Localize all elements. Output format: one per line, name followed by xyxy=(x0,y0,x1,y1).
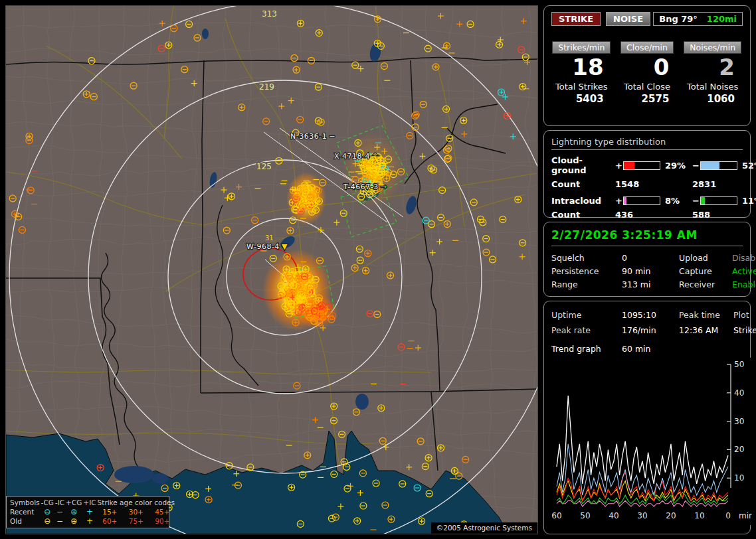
storm-cell-label: T-4667-3→ xyxy=(343,183,387,191)
range-ring-label: 125 xyxy=(256,162,272,171)
range-ring-label: 313 xyxy=(262,9,277,19)
y-tick-label: 30 xyxy=(734,417,744,426)
status-panel: 2/27/2026 3:25:19 AM Squelch 0 Upload Di… xyxy=(543,222,751,297)
storm-cell-label: W-968-4▼ xyxy=(246,242,288,251)
capture-status: Active xyxy=(732,265,756,278)
x-tick-label: 20 xyxy=(666,511,676,520)
y-tick-label: 10 xyxy=(734,473,744,483)
map-canvas: 31321912531N-3636-1−X-4718-4^T-4667-3→W-… xyxy=(6,6,537,534)
cell-rate-label: 31 xyxy=(265,234,274,242)
range-value: 120mi xyxy=(707,14,737,24)
intracloud-label: Intracloud xyxy=(551,196,615,206)
y-tick-label: 50 xyxy=(734,360,744,369)
x-axis-unit: min xyxy=(739,511,752,520)
bearing-value: Bng 79° xyxy=(659,14,698,24)
minus-sign: − xyxy=(692,161,700,171)
total-strikes-label: Total Strikes xyxy=(551,82,612,92)
cg-count-label: Count xyxy=(551,179,615,189)
trend-graph: 10203040506050403020100min xyxy=(551,358,752,525)
ic-count-label: Count xyxy=(551,210,615,220)
upload-label: Upload xyxy=(679,252,732,265)
strike-legend: Symbols-CG-IC+CG+ICStrike age color code… xyxy=(6,496,169,528)
total-close-value: 2575 xyxy=(617,93,678,105)
plot-mode-value: Strike xyxy=(733,323,756,338)
trend-graph-window: 60 min xyxy=(622,342,743,356)
peak-time-header: Peak time xyxy=(679,307,733,323)
ic-plus-bar xyxy=(623,196,660,205)
lake xyxy=(152,473,168,484)
distribution-panel: Lightning type distribution Cloud-ground… xyxy=(543,130,751,218)
cloud-ground-label: Cloud-ground xyxy=(551,155,615,175)
receiver-label: Receiver xyxy=(679,278,732,291)
ic-minus-pct: 11% xyxy=(739,196,756,206)
uptime-label: Uptime xyxy=(551,307,622,323)
persistence-value: 90 min xyxy=(622,265,679,278)
persistence-label: Persistence xyxy=(551,265,622,278)
trend-graph-label: Trend graph xyxy=(551,342,622,356)
plot-header: Plot xyxy=(733,307,749,323)
storm-cell-label: X-4718-4^ xyxy=(334,152,379,161)
squelch-value: 0 xyxy=(622,252,679,265)
total-noises-value: 1060 xyxy=(682,93,743,105)
lake xyxy=(202,29,209,39)
lake xyxy=(209,171,218,188)
peak-rate-value: 176/min xyxy=(622,323,679,338)
range-ring-label: 219 xyxy=(259,82,274,92)
cg-plus-count: 1548 xyxy=(615,179,692,189)
datetime-display: 2/27/2026 3:25:19 AM xyxy=(551,228,743,246)
lake xyxy=(405,195,419,216)
noises-per-min-badge: Noises/min xyxy=(684,41,741,54)
cg-plus-pct: 29% xyxy=(662,161,692,171)
x-tick-label: 40 xyxy=(609,511,618,520)
squelch-label: Squelch xyxy=(551,252,622,265)
strike-toggle-button[interactable]: STRIKE xyxy=(551,12,601,26)
plus-sign: + xyxy=(615,161,623,171)
x-tick-label: 10 xyxy=(694,511,704,520)
lightning-map[interactable]: 31321912531N-3636-1−X-4718-4^T-4667-3→W-… xyxy=(5,5,538,534)
total-noises-label: Total Noises xyxy=(682,82,743,92)
cg-minus-bar xyxy=(700,161,737,170)
upload-status: Disabled xyxy=(732,252,756,265)
receiver-status: Enabled xyxy=(732,278,756,291)
cg-minus-pct: 52% xyxy=(739,161,756,171)
distribution-title: Lightning type distribution xyxy=(551,137,743,150)
lake xyxy=(114,466,154,483)
plus-sign: + xyxy=(615,196,623,206)
total-close-label: Total Close xyxy=(617,82,678,92)
x-tick-label: 50 xyxy=(580,511,590,520)
peak-time-value: 12:36 AM xyxy=(679,323,733,338)
lake xyxy=(355,394,369,410)
stats-panel: STRIKE NOISE Bng 79° 120mi Strikes/min C… xyxy=(543,5,751,126)
x-tick-label: 60 xyxy=(551,511,561,520)
close-per-min-value: 0 xyxy=(617,54,678,80)
gulf-water xyxy=(6,29,508,534)
cg-plus-bar xyxy=(623,161,660,170)
close-per-min-badge: Close/min xyxy=(620,41,674,54)
storm-cell-label: N-3636-1− xyxy=(290,132,335,141)
uptime-value: 1095:10 xyxy=(622,307,679,323)
range-value: 313 mi xyxy=(622,278,679,291)
ic-plus-count: 436 xyxy=(615,210,692,220)
bearing-readout: Bng 79° 120mi xyxy=(653,12,743,26)
capture-label: Capture xyxy=(679,265,732,278)
total-strikes-value: 5403 xyxy=(551,93,612,105)
session-panel: Uptime 1095:10 Peak time Plot Peak rate … xyxy=(543,301,751,534)
peak-rate-label: Peak rate xyxy=(551,323,622,338)
strikes-per-min-badge: Strikes/min xyxy=(552,41,611,54)
ic-minus-bar xyxy=(700,196,737,205)
noises-per-min-value: 2 xyxy=(682,54,743,80)
cg-minus-count: 2831 xyxy=(692,179,743,189)
noise-toggle-button[interactable]: NOISE xyxy=(606,12,650,26)
copyright-label: ©2005 Astrogenic Systems xyxy=(431,522,537,534)
x-tick-label: 30 xyxy=(637,511,647,520)
minus-sign: − xyxy=(692,196,700,206)
y-tick-label: 20 xyxy=(734,445,744,454)
ic-plus-pct: 8% xyxy=(662,196,692,206)
ic-minus-count: 588 xyxy=(692,210,743,220)
x-tick-label: 0 xyxy=(725,511,731,520)
strikes-per-min-value: 18 xyxy=(551,54,612,80)
range-label: Range xyxy=(551,278,622,291)
y-tick-label: 40 xyxy=(734,388,744,398)
